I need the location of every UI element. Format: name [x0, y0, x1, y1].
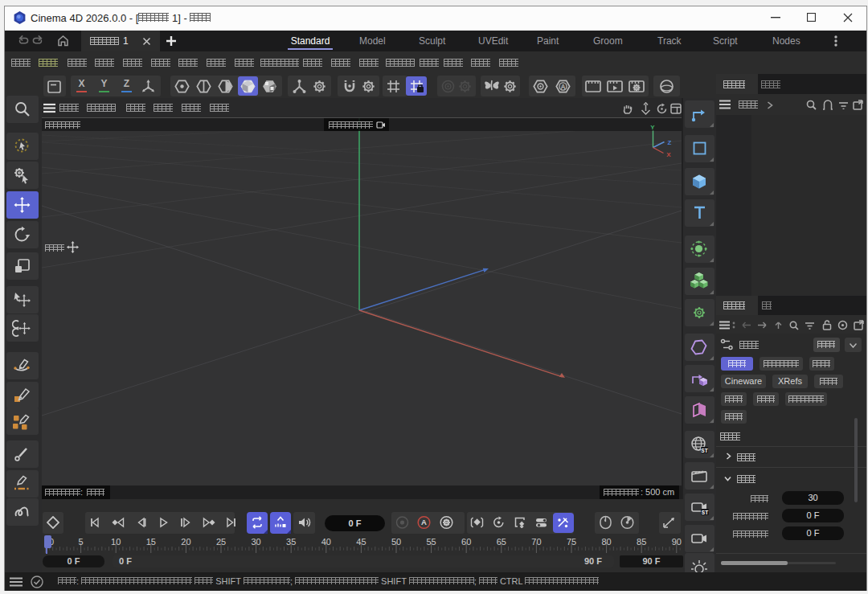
svg-text:80: 80 [601, 537, 611, 547]
svg-text:10: 10 [111, 537, 121, 547]
svg-text:90: 90 [672, 537, 682, 547]
svg-text:35: 35 [286, 537, 296, 547]
svg-text:50: 50 [391, 537, 401, 547]
svg-text:70: 70 [531, 537, 541, 547]
svg-text:5: 5 [79, 537, 84, 547]
svg-text:75: 75 [567, 537, 576, 547]
svg-text:Z: Z [668, 139, 672, 146]
svg-text:ST: ST [701, 448, 707, 453]
svg-text:A: A [560, 83, 565, 91]
svg-text:Y: Y [650, 124, 655, 131]
svg-text:65: 65 [497, 537, 506, 547]
svg-text:ST: ST [702, 510, 708, 515]
svg-text:15: 15 [146, 537, 156, 547]
svg-text:30: 30 [251, 537, 260, 547]
svg-text:X: X [666, 151, 671, 158]
svg-text:40: 40 [321, 537, 331, 547]
svg-text:A: A [421, 518, 427, 526]
svg-text:20: 20 [181, 537, 190, 547]
svg-text:55: 55 [426, 537, 436, 547]
svg-text:45: 45 [356, 537, 366, 547]
svg-text:25: 25 [216, 537, 226, 547]
svg-text:60: 60 [461, 537, 471, 547]
svg-text:85: 85 [637, 537, 646, 547]
